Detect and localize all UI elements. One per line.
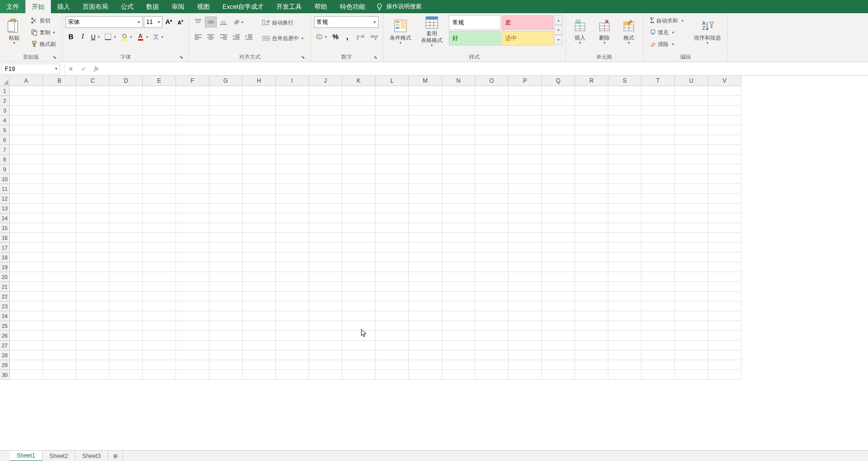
cell-I8[interactable] [276,155,309,164]
cell-K21[interactable] [342,282,376,292]
cell-R30[interactable] [575,370,608,380]
cell-S10[interactable] [608,174,642,184]
cell-Q4[interactable] [542,115,575,125]
row-header-9[interactable]: 9 [0,164,10,174]
cell-G11[interactable] [209,184,243,194]
insert-function-button[interactable]: fx [90,64,103,74]
cell-R1[interactable] [575,86,608,96]
cell-O19[interactable] [475,262,509,272]
cell-G12[interactable] [209,194,243,204]
clear-button[interactable]: 清除 ▼ [646,39,688,49]
cell-D29[interactable] [110,360,143,370]
cell-K9[interactable] [342,164,376,174]
cell-K16[interactable] [342,233,376,243]
cell-style-good[interactable]: 好 [449,31,501,46]
cell-T11[interactable] [642,184,675,194]
cell-I1[interactable] [276,86,309,96]
cell-S15[interactable] [608,223,642,233]
cell-M27[interactable] [409,341,442,350]
cell-M18[interactable] [409,253,442,262]
cell-I19[interactable] [276,262,309,272]
cell-G26[interactable] [209,331,243,341]
cell-E21[interactable] [143,282,176,292]
number-format-combo[interactable]: 常规▼ [314,16,378,28]
cell-B9[interactable] [43,164,76,174]
cell-G25[interactable] [209,321,243,331]
cell-P21[interactable] [509,282,542,292]
cell-K25[interactable] [342,321,376,331]
cell-M3[interactable] [409,106,442,115]
cell-T18[interactable] [642,253,675,262]
cell-M22[interactable] [409,292,442,301]
cell-L30[interactable] [376,370,409,380]
cell-P25[interactable] [509,321,542,331]
cell-M19[interactable] [409,262,442,272]
cell-A14[interactable] [10,213,43,223]
cell-P28[interactable] [509,350,542,360]
cell-B19[interactable] [43,262,76,272]
cell-E8[interactable] [143,155,176,164]
cell-H5[interactable] [243,125,276,135]
cell-R20[interactable] [575,272,608,282]
cell-V9[interactable] [708,164,741,174]
cell-A5[interactable] [10,125,43,135]
row-header-15[interactable]: 15 [0,223,10,233]
cell-D10[interactable] [110,174,143,184]
cell-F15[interactable] [176,223,209,233]
cell-U11[interactable] [675,184,708,194]
cell-B16[interactable] [43,233,76,243]
cell-S29[interactable] [608,360,642,370]
column-header-U[interactable]: U [675,76,708,86]
cell-V26[interactable] [708,331,741,341]
cell-D8[interactable] [110,155,143,164]
cell-C16[interactable] [76,233,110,243]
cell-H9[interactable] [243,164,276,174]
cell-L29[interactable] [376,360,409,370]
cell-H23[interactable] [243,301,276,311]
cell-G27[interactable] [209,341,243,350]
cell-U12[interactable] [675,194,708,204]
cell-S7[interactable] [608,145,642,155]
cell-M13[interactable] [409,204,442,213]
cell-M15[interactable] [409,223,442,233]
cell-R11[interactable] [575,184,608,194]
cell-U20[interactable] [675,272,708,282]
cell-O18[interactable] [475,253,509,262]
cell-V19[interactable] [708,262,741,272]
cell-Q30[interactable] [542,370,575,380]
cell-O23[interactable] [475,301,509,311]
cell-Q13[interactable] [542,204,575,213]
cell-V8[interactable] [708,155,741,164]
cell-G16[interactable] [209,233,243,243]
cell-R5[interactable] [575,125,608,135]
cell-U4[interactable] [675,115,708,125]
cell-P27[interactable] [509,341,542,350]
cell-S6[interactable] [608,135,642,145]
cell-B20[interactable] [43,272,76,282]
italic-button[interactable]: I [77,31,88,42]
cell-U30[interactable] [675,370,708,380]
cell-E28[interactable] [143,350,176,360]
cell-N18[interactable] [442,253,475,262]
cell-P22[interactable] [509,292,542,301]
cell-L9[interactable] [376,164,409,174]
cell-B3[interactable] [43,106,76,115]
cell-B2[interactable] [43,96,76,106]
row-header-25[interactable]: 25 [0,321,10,331]
cell-B29[interactable] [43,360,76,370]
cell-Q24[interactable] [542,311,575,321]
cell-L2[interactable] [376,96,409,106]
percent-format-button[interactable]: % [330,31,341,42]
cell-D25[interactable] [110,321,143,331]
cell-Q15[interactable] [542,223,575,233]
cell-H22[interactable] [243,292,276,301]
cell-T15[interactable] [642,223,675,233]
cell-U10[interactable] [675,174,708,184]
cell-E1[interactable] [143,86,176,96]
cell-H14[interactable] [243,213,276,223]
cell-U9[interactable] [675,164,708,174]
paste-button[interactable]: 粘贴 ▼ [3,15,25,47]
cell-P9[interactable] [509,164,542,174]
row-header-12[interactable]: 12 [0,194,10,204]
cell-H11[interactable] [243,184,276,194]
